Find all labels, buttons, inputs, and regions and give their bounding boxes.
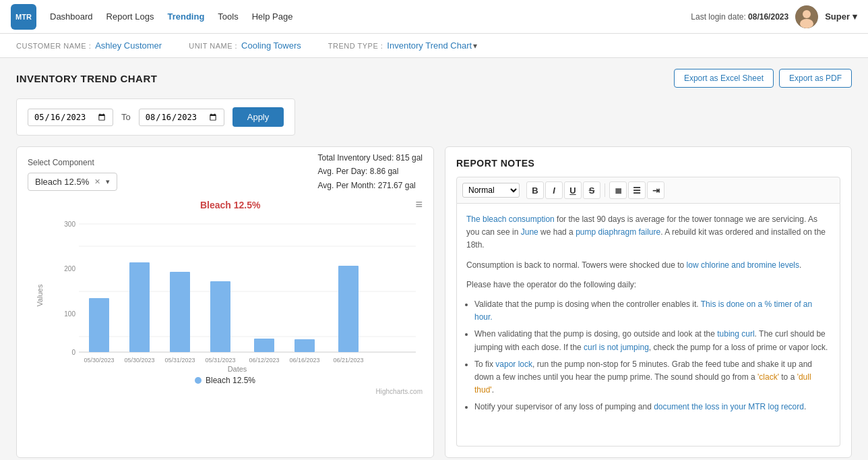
select-component-label: Select Component <box>28 158 117 167</box>
notes-content-area[interactable]: The bleach consumption for the last 90 d… <box>456 204 840 447</box>
strikethrough-button[interactable]: S <box>583 181 600 199</box>
nav-trending[interactable]: Trending <box>167 9 204 24</box>
legend-dot <box>195 377 202 384</box>
nav-dashboard[interactable]: Dashboard <box>50 9 93 24</box>
to-label: To <box>121 112 131 122</box>
notes-paragraph-2: Consumption is back to normal. Towers we… <box>466 259 830 272</box>
customer-label: CUSTOMER NAME : <box>16 42 91 50</box>
trend-type-value: Inventory Trend Chart <box>387 40 472 51</box>
chart-menu-icon[interactable]: ≡ <box>415 198 423 212</box>
chart-card: Select Component Bleach 12.5% ✕ ▾ Total … <box>16 146 434 458</box>
unit-value: Cooling Towers <box>241 40 301 51</box>
nav-report-logs[interactable]: Report Logs <box>106 9 154 24</box>
svg-point-1 <box>803 10 811 18</box>
bar-1 <box>89 298 109 352</box>
bar-7 <box>338 266 359 352</box>
notes-title: REPORT NOTES <box>456 158 840 169</box>
bar-5 <box>254 339 274 352</box>
chart-stats: Total Inventory Used: 815 gal Avg. Per D… <box>318 151 423 192</box>
indent-button[interactable]: ⇥ <box>647 181 664 199</box>
bar-6 <box>294 339 315 352</box>
bar-4 <box>210 281 230 352</box>
unit-label: UNIT NAME : <box>189 42 237 50</box>
svg-text:100: 100 <box>64 310 75 318</box>
list-item: To fix vapor lock, run the pump non-stop… <box>474 358 830 397</box>
export-pdf-button[interactable]: Export as PDF <box>779 69 852 88</box>
navbar-right: Last login date: 08/16/2023 Super ▾ <box>691 5 857 28</box>
filter-bar: CUSTOMER NAME : Ashley Customer UNIT NAM… <box>0 34 868 58</box>
user-menu[interactable]: Super ▾ <box>825 11 857 22</box>
header-buttons: Export as Excel Sheet Export as PDF <box>674 69 852 88</box>
component-select[interactable]: Bleach 12.5% ✕ ▾ <box>28 173 117 191</box>
nav-links: Dashboard Report Logs Trending Tools Hel… <box>50 9 691 24</box>
apply-button[interactable]: Apply <box>232 107 284 127</box>
svg-text:06/16/2023: 06/16/2023 <box>289 357 319 364</box>
stat-avg-month: Avg. Per Month: 271.67 gal <box>318 179 423 192</box>
italic-button[interactable]: I <box>545 181 563 199</box>
notes-card: REPORT NOTES Normal Heading 1 Heading 2 … <box>445 146 852 458</box>
chart-title: Bleach 12.5% <box>45 200 415 210</box>
from-date-input[interactable] <box>28 109 113 126</box>
ordered-list-button[interactable]: ≣ <box>609 181 627 199</box>
toolbar-separator <box>604 183 605 197</box>
trend-type-field: TREND TYPE : Inventory Trend Chart ▾ <box>328 40 477 51</box>
customer-value: Ashley Customer <box>95 40 162 51</box>
nav-tools[interactable]: Tools <box>218 9 238 24</box>
stat-avg-day: Avg. Per Day: 8.86 gal <box>318 165 423 178</box>
legend-label: Bleach 12.5% <box>206 376 255 385</box>
chart-container: Values 300 200 100 0 <box>28 217 423 373</box>
svg-text:05/30/2023: 05/30/2023 <box>84 357 114 364</box>
svg-text:05/31/2023: 05/31/2023 <box>205 357 235 364</box>
component-dropdown-icon: ▾ <box>106 177 110 186</box>
trend-label: TREND TYPE : <box>328 42 383 50</box>
trend-type-dropdown[interactable]: Inventory Trend Chart ▾ <box>387 40 477 51</box>
nav-help[interactable]: Help Page <box>252 9 293 24</box>
chart-title-row: Bleach 12.5% ≡ <box>28 198 423 212</box>
svg-text:200: 200 <box>64 265 75 272</box>
content-grid: Select Component Bleach 12.5% ✕ ▾ Total … <box>16 146 852 458</box>
avatar <box>795 5 818 28</box>
bold-button[interactable]: B <box>526 181 544 199</box>
last-login-label: Last login date: 08/16/2023 <box>691 12 788 22</box>
chevron-down-icon: ▾ <box>852 11 857 22</box>
login-date: 08/16/2023 <box>748 12 788 22</box>
page-header: INVENTORY TREND CHART Export as Excel Sh… <box>16 69 852 88</box>
svg-text:0: 0 <box>71 349 75 356</box>
navbar: MTR Dashboard Report Logs Trending Tools… <box>0 0 868 34</box>
notes-paragraph-3: Please have the operator do the followin… <box>466 279 830 291</box>
svg-text:06/12/2023: 06/12/2023 <box>249 357 279 364</box>
app-logo: MTR <box>11 4 36 30</box>
chart-legend: Bleach 12.5% <box>28 376 423 385</box>
unordered-list-button[interactable]: ☰ <box>628 181 646 199</box>
svg-text:06/21/2023: 06/21/2023 <box>333 357 363 364</box>
svg-text:300: 300 <box>64 221 75 228</box>
trend-chevron-icon: ▾ <box>473 41 477 51</box>
notes-toolbar: Normal Heading 1 Heading 2 Heading 3 B I… <box>456 177 840 204</box>
highcharts-attribution: Highcharts.com <box>28 388 423 395</box>
underline-button[interactable]: U <box>564 181 582 199</box>
bar-2 <box>129 262 150 352</box>
y-axis-label: Values <box>36 284 44 306</box>
notes-list: Validate that the pump is dosing when th… <box>474 298 830 414</box>
customer-field: CUSTOMER NAME : Ashley Customer <box>16 40 162 51</box>
component-value: Bleach 12.5% <box>35 177 89 187</box>
x-axis-label: Dates <box>52 365 423 373</box>
stat-total: Total Inventory Used: 815 gal <box>318 151 423 165</box>
list-item: When validating that the pump is dosing,… <box>474 328 830 353</box>
list-item: Validate that the pump is dosing when th… <box>474 298 830 324</box>
format-select[interactable]: Normal Heading 1 Heading 2 Heading 3 <box>462 183 520 198</box>
bar-3 <box>170 272 190 352</box>
bar-chart-svg: 300 200 100 0 <box>52 217 429 366</box>
svg-text:05/30/2023: 05/30/2023 <box>124 357 154 364</box>
main-content: INVENTORY TREND CHART Export as Excel Sh… <box>0 58 868 460</box>
date-filter-row: To Apply <box>16 98 295 136</box>
unit-field: UNIT NAME : Cooling Towers <box>189 40 301 51</box>
clear-component-icon[interactable]: ✕ <box>94 177 100 186</box>
page-title: INVENTORY TREND CHART <box>16 73 157 84</box>
export-excel-button[interactable]: Export as Excel Sheet <box>674 69 774 88</box>
svg-text:05/31/2023: 05/31/2023 <box>164 357 195 364</box>
svg-point-2 <box>800 19 813 28</box>
to-date-input[interactable] <box>139 109 224 126</box>
user-name: Super <box>825 11 850 22</box>
notes-paragraph-1: The bleach consumption for the last 90 d… <box>466 213 830 252</box>
